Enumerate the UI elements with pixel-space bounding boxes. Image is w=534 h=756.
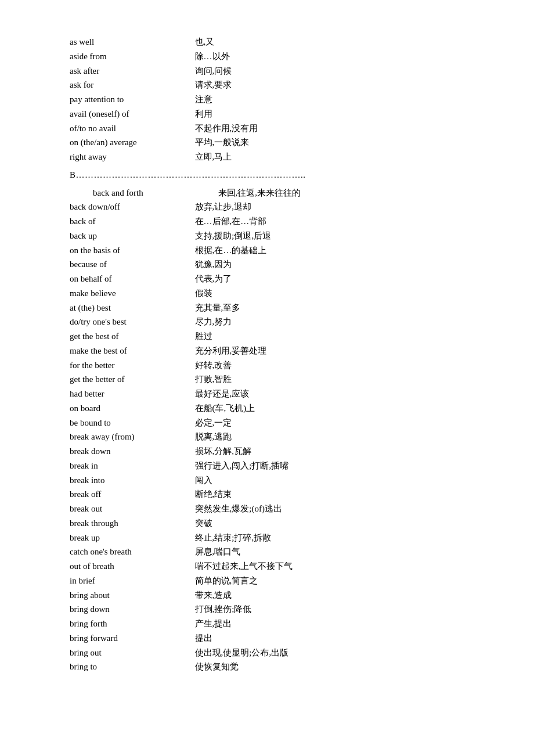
list-item: bring down 打倒,挫伤;降低 (70, 602, 488, 617)
list-item: right away 立即,马上 (70, 150, 488, 164)
phrase-chinese: 损坏,分解,瓦解 (190, 444, 251, 459)
list-item: make the best of 充分利用,妥善处理 (70, 344, 488, 358)
phrase-english: right away (70, 150, 186, 164)
phrase-english: get the best of (70, 329, 186, 344)
phrase-english: back and forth (93, 186, 209, 200)
phrase-english: for the better (70, 358, 186, 373)
list-item: back and forth 来回,往返,来来往往的 (70, 186, 488, 200)
phrase-english: back of (70, 214, 186, 229)
phrase-chinese: 突破 (190, 516, 212, 531)
list-item: get the best of 胜过 (70, 329, 488, 344)
list-item: of/to no avail 不起作用,没有用 (70, 121, 488, 136)
phrase-chinese: 打败,智胜 (190, 372, 232, 387)
list-item: as well 也,又 (70, 35, 488, 49)
phrase-chinese: 除…以外 (190, 49, 230, 64)
list-item: had better 最好还是,应该 (70, 387, 488, 401)
phrase-english: bring forward (70, 631, 186, 646)
phrase-english: break down (70, 444, 186, 459)
phrase-english: be bound to (70, 416, 186, 430)
phrase-chinese: 代表,为了 (190, 272, 232, 286)
list-item: avail (oneself) of 利用 (70, 107, 488, 121)
list-item: be bound to 必定,一定 (70, 416, 488, 430)
phrase-chinese: 注意 (190, 92, 212, 107)
phrase-english: bring to (70, 660, 186, 674)
phrase-english: bring out (70, 646, 186, 660)
list-item: bring out 使出现,使显明;公布,出版 (70, 646, 488, 660)
phrase-english: as well (70, 35, 186, 49)
phrase-list-b: back and forth 来回,往返,来来往往的back down/off … (70, 186, 488, 675)
list-item: in brief 简单的说,简言之 (70, 574, 488, 588)
phrase-chinese: 询问,问候 (190, 64, 232, 78)
phrase-chinese: 在船(车,飞机)上 (190, 401, 255, 416)
list-item: break into 闯入 (70, 473, 488, 488)
list-item: on the basis of 根据,在…的基础上 (70, 243, 488, 258)
list-item: pay attention to 注意 (70, 92, 488, 107)
phrase-english: back down/off (70, 200, 186, 214)
phrase-chinese: 根据,在…的基础上 (190, 243, 266, 258)
list-item: break down 损坏,分解,瓦解 (70, 444, 488, 459)
phrase-chinese: 使恢复知觉 (190, 660, 239, 674)
phrase-english: break in (70, 459, 186, 473)
list-item: break up 终止,结束;打碎,拆散 (70, 531, 488, 545)
phrase-chinese: 带来,造成 (190, 588, 232, 603)
phrase-chinese: 充其量,至多 (190, 301, 240, 315)
phrase-chinese: 脱离,逃跑 (190, 430, 232, 444)
phrase-english: on (the/an) average (70, 135, 186, 150)
list-item: catch one's breath 屏息,喘口气 (70, 545, 488, 559)
phrase-english: avail (oneself) of (70, 107, 186, 121)
phrase-chinese: 必定,一定 (190, 416, 232, 430)
phrase-chinese: 来回,往返,来来往往的 (214, 186, 301, 200)
phrase-english: make believe (70, 286, 186, 301)
phrase-chinese: 打倒,挫伤;降低 (190, 602, 251, 617)
phrase-english: ask after (70, 64, 186, 78)
phrase-english: make the best of (70, 344, 186, 358)
phrase-english: on the basis of (70, 243, 186, 258)
section-divider-b: B………………………………………………………………….. (70, 168, 488, 182)
list-item: break in 强行进入,闯入;打断,插嘴 (70, 459, 488, 473)
phrase-chinese: 强行进入,闯入;打断,插嘴 (190, 459, 288, 473)
list-item: break off 断绝,结束 (70, 487, 488, 502)
phrase-english: ask for (70, 78, 186, 92)
phrase-english: at (the) best (70, 301, 186, 315)
phrase-english: back up (70, 229, 186, 243)
list-item: bring about 带来,造成 (70, 588, 488, 603)
phrase-chinese: 利用 (190, 107, 212, 121)
phrase-english: of/to no avail (70, 121, 186, 136)
phrase-chinese: 不起作用,没有用 (190, 121, 258, 136)
list-item: make believe 假装 (70, 286, 488, 301)
phrase-chinese: 平均,一般说来 (190, 135, 249, 150)
phrase-english: break away (from) (70, 430, 186, 444)
phrase-english: because of (70, 257, 186, 272)
list-item: on board 在船(车,飞机)上 (70, 401, 488, 416)
list-item: bring forward 提出 (70, 631, 488, 646)
list-item: for the better 好转,改善 (70, 358, 488, 373)
phrase-chinese: 断绝,结束 (190, 487, 232, 502)
phrase-english: break up (70, 531, 186, 545)
phrase-english: bring about (70, 588, 186, 603)
list-item: on behalf of 代表,为了 (70, 272, 488, 286)
phrase-chinese: 简单的说,简言之 (190, 574, 258, 588)
phrase-chinese: 尽力,努力 (190, 315, 232, 329)
phrase-chinese: 请求,要求 (190, 78, 232, 92)
phrase-chinese: 产生,提出 (190, 617, 232, 631)
list-item: aside from 除…以外 (70, 49, 488, 64)
list-item: out of breath 喘不过起来,上气不接下气 (70, 559, 488, 574)
phrase-english: bring forth (70, 617, 186, 631)
list-item: ask after 询问,问候 (70, 64, 488, 78)
list-item: ask for 请求,要求 (70, 78, 488, 92)
list-item: break out 突然发生,爆发;(of)逃出 (70, 502, 488, 516)
phrase-english: on behalf of (70, 272, 186, 286)
list-item: back of 在…后部,在…背部 (70, 214, 488, 229)
phrase-chinese: 喘不过起来,上气不接下气 (190, 559, 293, 574)
list-item: break through 突破 (70, 516, 488, 531)
list-item: do/try one's best 尽力,努力 (70, 315, 488, 329)
list-item: bring forth 产生,提出 (70, 617, 488, 631)
phrase-english: aside from (70, 49, 186, 64)
phrase-english: pay attention to (70, 92, 186, 107)
phrase-chinese: 屏息,喘口气 (190, 545, 240, 559)
phrase-chinese: 也,又 (190, 35, 214, 49)
list-item: back down/off 放弃,让步,退却 (70, 200, 488, 214)
list-item: bring to 使恢复知觉 (70, 660, 488, 674)
phrase-english: do/try one's best (70, 315, 186, 329)
phrase-chinese: 提出 (190, 631, 212, 646)
